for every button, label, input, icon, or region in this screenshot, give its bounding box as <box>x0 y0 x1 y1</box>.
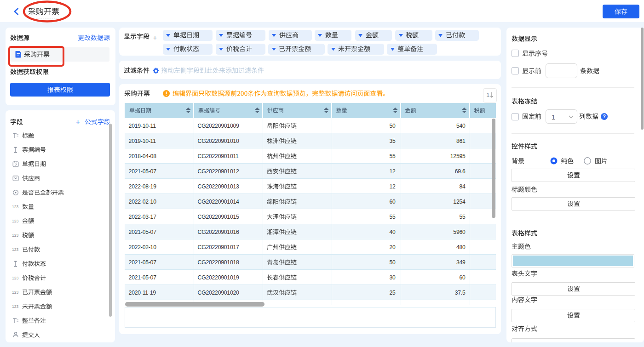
svg-text:?: ? <box>603 114 606 119</box>
